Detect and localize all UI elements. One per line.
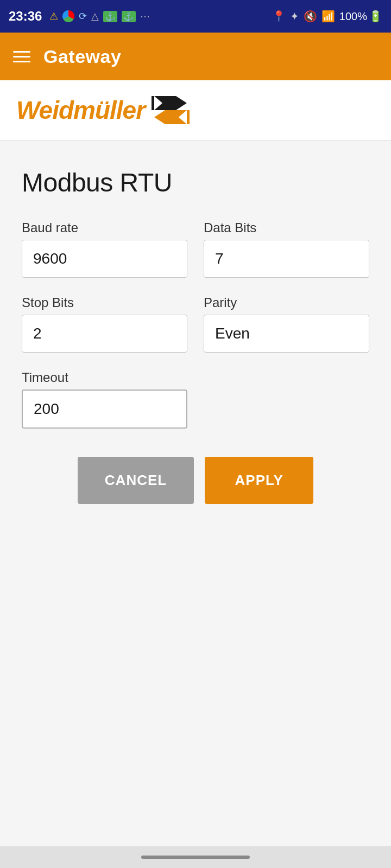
- form-grid: Baud rate Data Bits Stop Bits Parity: [22, 220, 369, 353]
- spacer: [22, 504, 369, 721]
- hamburger-line-2: [13, 56, 30, 58]
- mute-icon: 🔇: [304, 10, 317, 23]
- data-bits-input[interactable]: [204, 240, 369, 278]
- battery-percentage: 100%: [339, 10, 367, 23]
- stop-bits-field: Stop Bits: [22, 295, 187, 353]
- status-time: 23:36: [9, 9, 42, 24]
- hamburger-menu-button[interactable]: [13, 51, 30, 62]
- parity-field: Parity: [204, 295, 369, 353]
- hamburger-line-3: [13, 61, 30, 62]
- logo-area: Weidmüller: [0, 80, 391, 141]
- cancel-button[interactable]: CANCEL: [78, 457, 194, 504]
- parity-input[interactable]: [204, 315, 369, 353]
- app-bar: Gateway: [0, 33, 391, 80]
- status-bar: 23:36 ⚠ ⟳ △ ⚓ ⚓ ··· 📍 ✦ 🔇 📶 100% 🔋: [0, 0, 391, 33]
- timeout-input[interactable]: [22, 390, 187, 429]
- status-bar-left: 23:36 ⚠ ⟳ △ ⚓ ⚓ ···: [9, 9, 150, 24]
- location-icon: 📍: [272, 10, 286, 23]
- anchor2-icon: ⚓: [122, 11, 136, 22]
- baud-rate-input[interactable]: [22, 240, 187, 278]
- bluetooth-icon: ✦: [290, 10, 299, 23]
- triangle-icon: △: [91, 10, 99, 22]
- stop-bits-input[interactable]: [22, 315, 187, 353]
- battery-icon: 🔋: [369, 10, 382, 23]
- apply-button[interactable]: APPLY: [205, 457, 313, 504]
- circle-multi-icon: [62, 10, 74, 22]
- hamburger-line-1: [13, 51, 30, 53]
- brand-name: Weidmüller: [16, 95, 145, 125]
- sync-icon: ⟳: [79, 10, 87, 22]
- status-bar-right: 📍 ✦ 🔇 📶 100% 🔋: [272, 10, 382, 23]
- bottom-home-indicator[interactable]: [141, 856, 250, 859]
- button-row: CANCEL APPLY: [22, 457, 369, 504]
- warning-icon: ⚠: [49, 10, 58, 22]
- timeout-label: Timeout: [22, 370, 187, 385]
- bottom-navigation-bar: [0, 846, 391, 868]
- section-title: Modbus RTU: [22, 168, 369, 197]
- main-content: Modbus RTU Baud rate Data Bits Stop Bits…: [0, 141, 391, 743]
- weidmuller-arrows-icon: [152, 96, 190, 124]
- timeout-field: Timeout: [22, 370, 187, 429]
- data-bits-field: Data Bits: [204, 220, 369, 278]
- parity-label: Parity: [204, 295, 369, 310]
- stop-bits-label: Stop Bits: [22, 295, 187, 310]
- anchor1-icon: ⚓: [103, 11, 117, 22]
- app-bar-title: Gateway: [43, 46, 121, 67]
- dots-icon: ···: [140, 11, 150, 22]
- logo-symbol: [152, 96, 190, 124]
- battery-display: 100% 🔋: [339, 10, 382, 23]
- baud-rate-label: Baud rate: [22, 220, 187, 235]
- data-bits-label: Data Bits: [204, 220, 369, 235]
- baud-rate-field: Baud rate: [22, 220, 187, 278]
- wifi-icon: 📶: [321, 10, 335, 23]
